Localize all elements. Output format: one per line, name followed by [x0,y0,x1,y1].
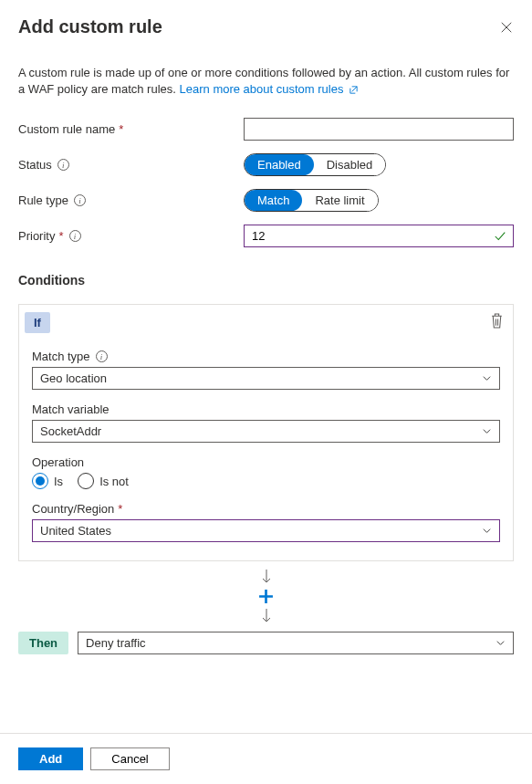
chevron-down-icon [482,426,492,436]
match-type-select[interactable]: Geo location [32,367,500,390]
operation-is-not-radio[interactable]: Is not [78,473,129,489]
chevron-down-icon [482,526,492,536]
info-icon[interactable]: i [96,350,108,362]
status-label: Status i [18,158,244,172]
external-link-icon [349,85,359,95]
operation-is-radio[interactable]: Is [32,473,63,489]
match-variable-value: SocketAddr [40,424,101,438]
arrow-down-icon [261,569,272,585]
country-label: Country/Region* [32,502,500,516]
learn-more-text: Learn more about custom rules [180,82,344,96]
add-condition-button[interactable] [258,589,274,604]
status-toggle[interactable]: Enabled Disabled [244,153,386,176]
condition-block: If Match type i Geo location Match varia… [18,304,514,561]
match-variable-select[interactable]: SocketAddr [32,420,500,443]
match-type-value: Geo location [40,371,107,385]
close-icon [500,21,513,34]
then-badge: Then [18,632,68,654]
priority-input[interactable] [244,225,514,247]
country-value: United States [40,524,111,538]
operation-is-label: Is [54,475,63,488]
match-variable-label: Match variable [32,402,500,416]
chevron-down-icon [495,638,506,648]
status-disabled-option[interactable]: Disabled [314,154,386,175]
panel-title: Add custom rule [18,16,162,37]
rule-name-input[interactable] [244,118,514,141]
country-select[interactable]: United States [32,519,500,542]
delete-icon[interactable] [490,313,504,329]
add-button[interactable]: Add [18,747,83,770]
then-action-select[interactable]: Deny traffic [78,632,514,654]
operation-is-not-label: Is not [99,475,129,488]
cancel-button[interactable]: Cancel [90,747,169,770]
if-badge: If [25,312,50,333]
operation-label: Operation [32,455,500,469]
conditions-heading: Conditions [18,273,514,287]
description-text: A custom rule is made up of one or more … [18,65,514,98]
close-button[interactable] [499,20,514,35]
learn-more-link[interactable]: Learn more about custom rules [180,82,360,96]
rule-name-label: Custom rule name* [18,122,244,136]
checkmark-icon [494,230,506,243]
rule-type-rate-limit-option[interactable]: Rate limit [302,190,377,211]
arrow-down-icon [261,608,272,624]
info-icon[interactable]: i [69,230,81,242]
status-enabled-option[interactable]: Enabled [245,154,314,175]
rule-type-toggle[interactable]: Match Rate limit [244,189,379,212]
chevron-down-icon [482,373,492,383]
info-icon[interactable]: i [74,194,86,206]
info-icon[interactable]: i [57,159,69,171]
rule-type-label: Rule type i [18,193,244,207]
rule-type-match-option[interactable]: Match [245,190,302,211]
priority-label: Priority* i [18,229,244,243]
match-type-label: Match type i [32,350,500,363]
then-value: Deny traffic [86,636,146,650]
